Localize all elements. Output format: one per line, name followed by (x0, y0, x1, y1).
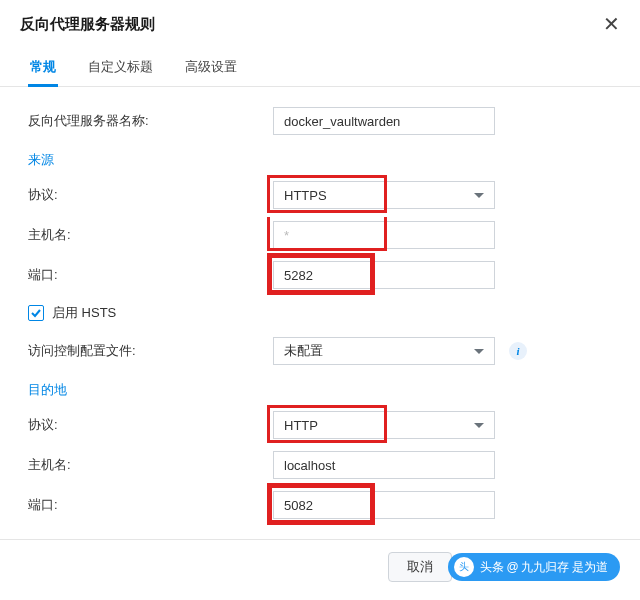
dialog-footer: 取消 头 头条 @ 九九归存 是为道 (0, 539, 640, 594)
label-hsts: 启用 HSTS (52, 304, 116, 322)
watermark-badge: 头 头条 @ 九九归存 是为道 (448, 553, 620, 581)
input-src-host[interactable] (273, 221, 495, 249)
select-dst-proto[interactable]: HTTP (273, 411, 495, 439)
tab-general[interactable]: 常规 (28, 50, 58, 86)
label-dst-proto: 协议: (28, 416, 273, 434)
chevron-down-icon (474, 193, 484, 198)
label-dst-port: 端口: (28, 496, 273, 514)
label-acl: 访问控制配置文件: (28, 342, 273, 360)
checkbox-hsts[interactable] (28, 305, 44, 321)
tab-custom-headers[interactable]: 自定义标题 (86, 50, 155, 86)
input-name[interactable] (273, 107, 495, 135)
tab-advanced[interactable]: 高级设置 (183, 50, 239, 86)
chevron-down-icon (474, 349, 484, 354)
section-source: 来源 (28, 141, 612, 175)
select-src-proto-value: HTTPS (284, 188, 327, 203)
input-src-port[interactable] (273, 261, 495, 289)
label-src-host: 主机名: (28, 226, 273, 244)
info-icon[interactable]: i (509, 342, 527, 360)
label-src-port: 端口: (28, 266, 273, 284)
cancel-button[interactable]: 取消 (388, 552, 452, 582)
input-dst-port[interactable] (273, 491, 495, 519)
chevron-down-icon (474, 423, 484, 428)
dialog-header: 反向代理服务器规则 ✕ (0, 0, 640, 44)
tab-bar: 常规 自定义标题 高级设置 (0, 44, 640, 87)
input-dst-host[interactable] (273, 451, 495, 479)
label-dst-host: 主机名: (28, 456, 273, 474)
close-icon[interactable]: ✕ (603, 14, 620, 34)
check-icon (30, 307, 42, 319)
avatar-icon: 头 (454, 557, 474, 577)
select-src-proto[interactable]: HTTPS (273, 181, 495, 209)
watermark-text: 九九归存 是为道 (521, 559, 608, 576)
section-dest: 目的地 (28, 371, 612, 405)
dialog-body: 反向代理服务器名称: 来源 协议: HTTPS 主机名: 端口: 启用 (0, 91, 640, 539)
label-src-proto: 协议: (28, 186, 273, 204)
label-name: 反向代理服务器名称: (28, 112, 273, 130)
select-dst-proto-value: HTTP (284, 418, 318, 433)
watermark-prefix: 头条 (480, 559, 504, 576)
select-acl-value: 未配置 (284, 342, 323, 360)
select-acl[interactable]: 未配置 (273, 337, 495, 365)
dialog-title: 反向代理服务器规则 (20, 15, 155, 34)
